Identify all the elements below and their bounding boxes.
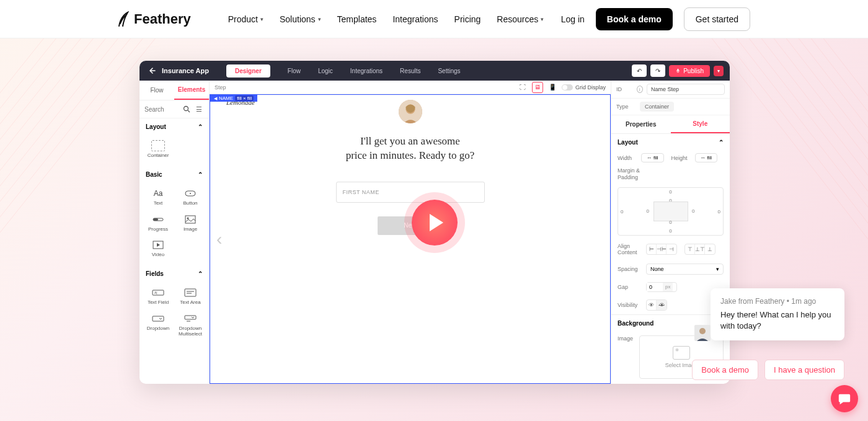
left-panel: Flow Elements ☰ Layout⌃ Container Basic⌃… — [140, 81, 210, 384]
login-link[interactable]: Log in — [561, 14, 585, 24]
book-demo-button[interactable]: Book a demo — [596, 8, 673, 30]
align-top-button[interactable]: ⊤ — [685, 244, 695, 254]
viewport-fit-icon[interactable]: ⛶ — [517, 82, 528, 93]
gap-label: Gap — [618, 284, 642, 290]
logo[interactable]: Feathery — [118, 11, 191, 27]
undo-button[interactable]: ↶ — [632, 64, 647, 77]
breadcrumb-step[interactable]: Step — [215, 84, 226, 91]
svg-point-27 — [187, 217, 189, 219]
align-left-button[interactable]: ⊢ — [647, 244, 657, 254]
layout-section[interactable]: Layout⌃ — [611, 134, 730, 151]
align-bottom-button[interactable]: ⊥ — [705, 244, 715, 254]
element-button[interactable]: Button — [174, 184, 206, 210]
chat-launcher-button[interactable] — [831, 385, 858, 412]
grid-display-toggle[interactable]: Grid Display — [562, 84, 606, 91]
chat-from: Jake from Feathery • 1m ago — [720, 297, 835, 306]
publish-caret[interactable]: ▾ — [714, 66, 724, 76]
svg-line-13 — [719, 0, 868, 279]
main-nav: Product▾ Solutions▾ Templates Integratio… — [228, 14, 544, 24]
tab-logic[interactable]: Logic — [318, 68, 333, 74]
visibility-hide-button[interactable]: 👁 — [657, 300, 666, 310]
element-text-area[interactable]: Text Area — [174, 283, 206, 309]
header-actions: Log in Book a demo Get started — [561, 7, 750, 31]
nav-product[interactable]: Product▾ — [228, 14, 264, 24]
element-text[interactable]: AaText — [142, 184, 174, 210]
viewport-desktop-icon[interactable]: 🖥 — [532, 82, 543, 93]
chevron-up-icon: ⌃ — [198, 270, 203, 277]
info-icon[interactable]: i — [637, 86, 643, 93]
publish-button[interactable]: Publish — [669, 65, 710, 77]
first-name-input[interactable]: FIRST NAME — [336, 182, 485, 203]
top-tabs: Designer Flow Logic Integrations Results… — [226, 64, 461, 78]
rp-tab-properties[interactable]: Properties — [611, 115, 671, 133]
left-tab-flow[interactable]: Flow — [140, 81, 174, 100]
element-progress[interactable]: Progress — [142, 210, 174, 236]
align-right-button[interactable]: ⊣ — [666, 244, 676, 254]
chevron-down-icon: ▾ — [541, 16, 544, 22]
prev-step-chevron[interactable]: ‹ — [216, 229, 222, 249]
get-started-button[interactable]: Get started — [684, 7, 750, 31]
nav-integrations[interactable]: Integrations — [392, 14, 438, 24]
element-image[interactable]: Image — [174, 210, 206, 236]
nav-pricing[interactable]: Pricing — [454, 14, 481, 24]
redo-button[interactable]: ↷ — [650, 64, 665, 77]
width-value-button[interactable]: ↔ fill — [641, 153, 664, 162]
tab-integrations[interactable]: Integrations — [350, 68, 383, 74]
spacing-select[interactable]: None▾ — [646, 264, 724, 275]
svg-line-2 — [0, 0, 161, 310]
svg-point-20 — [184, 107, 188, 111]
h-align-buttons: ⊢ ⊣⊢ ⊣ — [646, 244, 677, 255]
svg-line-19 — [794, 0, 868, 279]
margin-padding-label: Margin & Padding — [618, 167, 649, 181]
rp-tab-style[interactable]: Style — [671, 115, 730, 133]
svg-rect-34 — [153, 316, 164, 321]
align-middle-button[interactable]: ⊥⊤ — [695, 244, 705, 254]
box-model[interactable]: 0 0 0 0 0 0 0 0 — [618, 187, 724, 236]
back-button[interactable] — [146, 67, 158, 74]
tab-designer[interactable]: Designer — [226, 64, 270, 78]
tab-results[interactable]: Results — [400, 68, 420, 74]
visibility-show-button[interactable]: 👁 — [647, 300, 657, 310]
section-layout[interactable]: Layout⌃ — [146, 123, 203, 130]
top-actions: ↶ ↷ Publish ▾ — [632, 64, 724, 77]
search-icon[interactable] — [182, 104, 192, 114]
element-video[interactable]: Video — [142, 236, 174, 262]
play-video-button[interactable] — [412, 200, 458, 246]
qr-book-demo[interactable]: Book a demo — [692, 360, 758, 380]
nav-templates[interactable]: Templates — [337, 14, 377, 24]
align-content-label: Align Content — [618, 243, 642, 257]
qr-question[interactable]: I have a question — [764, 360, 844, 380]
width-label: Width — [618, 155, 637, 161]
svg-rect-25 — [153, 218, 158, 221]
section-basic[interactable]: Basic⌃ — [146, 171, 203, 178]
viewport-mobile-icon[interactable]: 📱 — [547, 82, 558, 93]
list-view-icon[interactable]: ☰ — [194, 104, 204, 114]
spacing-label: Spacing — [618, 266, 642, 272]
element-text-field[interactable]: A|Text Field — [142, 283, 174, 309]
element-dropdown[interactable]: Dropdown — [142, 309, 174, 341]
image-label: Image — [618, 335, 633, 379]
avatar — [399, 100, 422, 123]
left-tab-elements[interactable]: Elements — [174, 81, 209, 100]
tab-settings[interactable]: Settings — [438, 68, 460, 74]
selector-tag: ◀ NAME fill × fill — [210, 95, 257, 102]
height-value-button[interactable]: ↔ fill — [695, 153, 718, 162]
section-fields[interactable]: Fields⌃ — [146, 270, 203, 277]
chevron-down-icon: ▾ — [716, 266, 719, 272]
id-input[interactable] — [647, 84, 725, 95]
nav-resources[interactable]: Resources▾ — [497, 14, 544, 24]
nav-solutions[interactable]: Solutions▾ — [280, 14, 321, 24]
svg-rect-31 — [185, 289, 196, 296]
app-topbar: Insurance App Designer Flow Logic Integr… — [140, 61, 730, 81]
brand-name: Feathery — [134, 11, 191, 27]
gap-input[interactable]: px — [646, 282, 677, 292]
button-icon — [184, 188, 197, 199]
search-input[interactable] — [144, 106, 179, 113]
quick-replies: Book a demo I have a question — [692, 360, 844, 380]
align-center-button[interactable]: ⊣⊢ — [657, 244, 666, 254]
element-dropdown-multiselect[interactable]: Dropdown Multiselect — [174, 309, 206, 341]
tab-flow[interactable]: Flow — [288, 68, 301, 74]
element-container[interactable]: Container — [142, 136, 174, 162]
visibility-label: Visibility — [618, 302, 642, 308]
canvas-stage[interactable]: ◀ NAME fill × fill Lemonade I'll get you… — [210, 94, 611, 384]
